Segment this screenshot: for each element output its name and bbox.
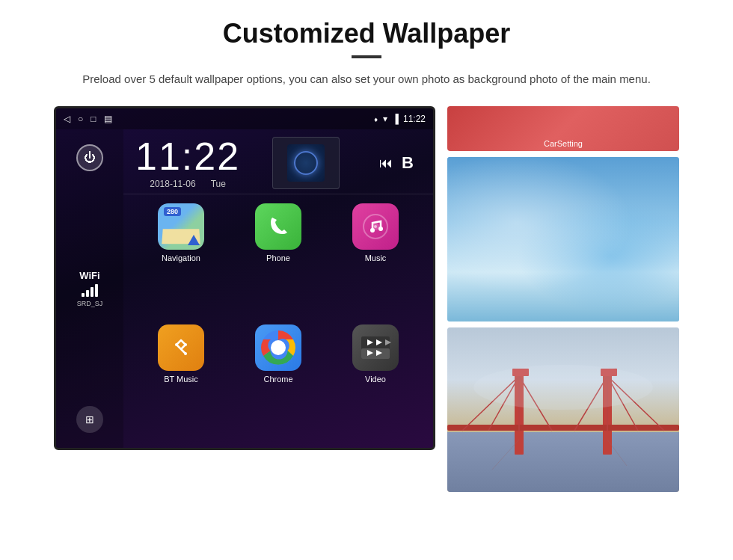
- music-label: Music: [365, 253, 387, 262]
- svg-point-6: [184, 352, 187, 355]
- location-icon: ⬧: [373, 114, 378, 124]
- status-bar: ◁ ○ □ ▤ ⬧ ▾ ▐ 11:22: [56, 108, 433, 129]
- page-title: Customized Wallpaper: [223, 18, 511, 49]
- media-widget: [272, 137, 340, 189]
- wifi-status-icon: ▾: [383, 114, 387, 124]
- chrome-icon: [255, 324, 301, 371]
- wifi-info: WiFi SRD_SJ: [77, 270, 103, 307]
- wallpaper-partial-red[interactable]: CarSetting: [447, 106, 679, 151]
- status-left: ◁ ○ □ ▤: [64, 114, 112, 124]
- ice-illustration: [447, 157, 679, 321]
- media-controls: ⏮ B: [372, 153, 421, 173]
- svg-rect-15: [361, 348, 390, 359]
- chrome-label: Chrome: [263, 375, 292, 384]
- page-subtitle: Preload over 5 default wallpaper options…: [82, 70, 651, 88]
- wallpaper-thumb-bridge[interactable]: [447, 327, 679, 492]
- clock-time: 11:22: [135, 137, 240, 176]
- phone-svg: [266, 215, 290, 239]
- wallpaper-thumbnails: CarSetting: [447, 106, 679, 492]
- svg-marker-20: [447, 224, 679, 321]
- content-area: ◁ ○ □ ▤ ⬧ ▾ ▐ 11:22 ⏻: [30, 106, 703, 492]
- music-svg: [363, 214, 388, 239]
- wifi-label: WiFi: [77, 270, 103, 281]
- status-right: ⬧ ▾ ▐ 11:22: [373, 114, 426, 124]
- svg-point-5: [184, 343, 187, 346]
- carsetting-label: CarSetting: [447, 139, 679, 148]
- svg-point-22: [473, 295, 653, 318]
- svg-marker-19: [447, 202, 679, 321]
- left-sidebar: ⏻ WiFi SRD_SJ ⊞: [56, 129, 123, 448]
- wifi-ssid: SRD_SJ: [77, 300, 103, 307]
- apps-grid-icon: ⊞: [85, 413, 94, 425]
- power-button[interactable]: ⏻: [76, 144, 103, 171]
- media-next-label: B: [402, 153, 414, 173]
- chrome-svg: [260, 329, 297, 366]
- main-area: ⏻ WiFi SRD_SJ ⊞: [56, 129, 433, 448]
- status-time: 11:22: [403, 114, 426, 124]
- media-icon: [287, 144, 325, 182]
- clock-area: 11:22 2018-11-06 Tue ⏮ B: [123, 129, 433, 194]
- svg-rect-27: [447, 425, 679, 431]
- title-divider: [352, 55, 381, 58]
- bt-music-icon: [158, 324, 204, 371]
- app-item-video[interactable]: Video: [330, 324, 421, 440]
- music-icon: [352, 203, 399, 250]
- apps-button[interactable]: ⊞: [76, 406, 103, 433]
- video-svg: [360, 335, 391, 360]
- svg-rect-18: [447, 157, 679, 321]
- power-icon: ⏻: [84, 151, 96, 164]
- svg-rect-24: [447, 432, 679, 492]
- nav-recent-icon[interactable]: □: [91, 114, 96, 124]
- app-item-music[interactable]: Music: [330, 203, 421, 319]
- wifi-bar-4: [95, 284, 98, 297]
- wifi-bar-1: [82, 293, 85, 297]
- center-content: 11:22 2018-11-06 Tue ⏮ B: [123, 129, 433, 448]
- app-item-navigation[interactable]: 280 Navigation: [135, 203, 227, 319]
- clock-date: 2018-11-06 Tue: [135, 179, 240, 189]
- phone-icon: [255, 203, 301, 250]
- signal-icon: ▐: [392, 114, 399, 124]
- wallpaper-thumb-ice[interactable]: [447, 157, 679, 321]
- nav-home-icon[interactable]: ○: [78, 114, 83, 124]
- wifi-bar-2: [86, 290, 89, 297]
- bridge-wallpaper: [447, 327, 679, 492]
- app-item-bt-music[interactable]: BT Music: [135, 324, 227, 440]
- navigation-label: Navigation: [162, 253, 200, 262]
- wifi-bars: [77, 284, 103, 297]
- video-label: Video: [365, 375, 386, 384]
- bt-music-label: BT Music: [164, 375, 198, 384]
- android-screen: ◁ ○ □ ▤ ⬧ ▾ ▐ 11:22 ⏻: [54, 106, 435, 450]
- clock-day-value: Tue: [211, 179, 226, 189]
- bluetooth-svg: [169, 336, 193, 360]
- app-item-chrome[interactable]: Chrome: [233, 324, 324, 440]
- wifi-bar-3: [91, 287, 93, 297]
- svg-point-21: [604, 172, 649, 217]
- ice-wallpaper: [447, 157, 679, 321]
- svg-point-7: [175, 343, 178, 346]
- nav-back-icon[interactable]: ◁: [64, 114, 70, 124]
- clock-display: 11:22 2018-11-06 Tue: [135, 137, 240, 189]
- navigation-icon: 280: [158, 203, 204, 250]
- app-grid: 280 Navigation Ph: [123, 194, 433, 448]
- nav-screenshot-icon[interactable]: ▤: [104, 114, 112, 124]
- svg-point-10: [272, 342, 284, 354]
- bridge-illustration: [447, 327, 679, 492]
- app-item-phone[interactable]: Phone: [233, 203, 324, 319]
- page-container: Customized Wallpaper Preload over 5 defa…: [0, 0, 733, 560]
- svg-point-40: [473, 365, 653, 410]
- phone-label: Phone: [266, 253, 290, 262]
- clock-date-value: 2018-11-06: [150, 179, 195, 189]
- svg-point-4: [374, 225, 377, 228]
- media-prev-icon[interactable]: ⏮: [379, 156, 393, 171]
- video-icon: [352, 324, 399, 371]
